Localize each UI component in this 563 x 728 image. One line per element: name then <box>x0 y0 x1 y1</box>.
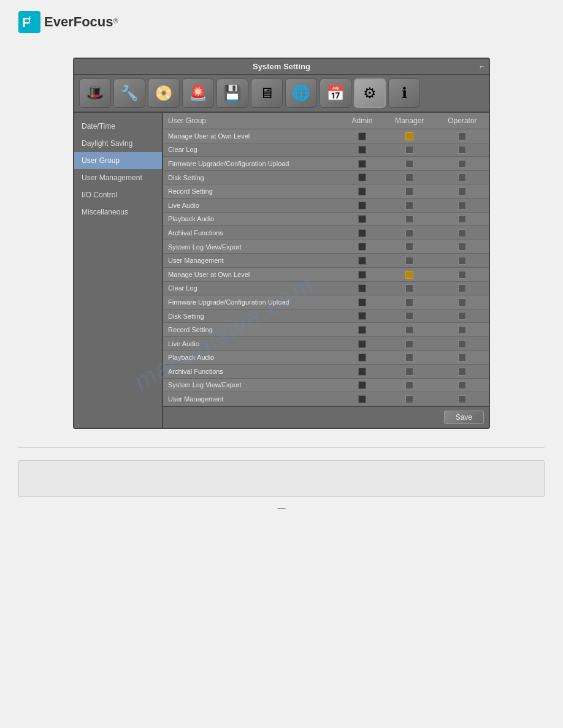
checkbox-admin[interactable] <box>358 340 366 348</box>
checkbox-operator[interactable] <box>458 132 466 140</box>
checkbox-operator[interactable] <box>458 229 466 237</box>
checkbox-manager[interactable] <box>405 298 413 306</box>
checkbox-operator[interactable] <box>458 257 466 265</box>
checkbox-admin[interactable] <box>358 354 366 362</box>
checkbox-manager[interactable] <box>405 354 413 362</box>
checkbox-operator[interactable] <box>458 354 466 362</box>
info-toolbar-icon[interactable]: ℹ <box>388 78 420 108</box>
checkbox-manager[interactable] <box>405 326 413 334</box>
sidebar-item-usergroup[interactable]: User Group <box>74 152 162 169</box>
disk-toolbar-icon[interactable]: 💾 <box>216 78 248 108</box>
permission-label: Manage User at Own Level <box>163 267 341 281</box>
col-header-manager: Manager <box>383 113 436 129</box>
settings-toolbar-icon[interactable]: ⚙ <box>354 78 386 108</box>
checkbox-admin[interactable] <box>358 132 366 140</box>
checkbox-operator[interactable] <box>458 271 466 279</box>
checkbox-manager[interactable] <box>405 271 413 279</box>
checkbox-admin[interactable] <box>358 188 366 195</box>
checkbox-manager[interactable] <box>405 312 413 320</box>
checkbox-admin[interactable] <box>358 215 366 223</box>
page-line <box>18 447 545 448</box>
checkbox-manager[interactable] <box>405 340 413 348</box>
checkbox-admin[interactable] <box>358 271 366 279</box>
checkbox-admin[interactable] <box>358 229 366 237</box>
checkbox-admin[interactable] <box>358 368 366 376</box>
table-row: Disk Setting <box>163 170 489 184</box>
checkbox-admin[interactable] <box>358 146 366 154</box>
table-row: Manage User at Own Level <box>163 267 489 281</box>
permission-label: Live Audio <box>163 336 341 351</box>
checkbox-manager[interactable] <box>405 215 413 223</box>
cb-manager-14 <box>383 323 436 337</box>
checkbox-manager[interactable] <box>405 243 413 251</box>
close-button[interactable]: ⌐ <box>480 62 484 70</box>
page-number: — <box>0 503 563 512</box>
checkbox-manager[interactable] <box>405 146 413 154</box>
checkbox-manager[interactable] <box>405 368 413 376</box>
title-bar: System Setting ⌐ <box>74 59 489 75</box>
checkbox-manager[interactable] <box>405 188 413 195</box>
save-button[interactable]: Save <box>444 411 484 424</box>
checkbox-operator[interactable] <box>458 188 466 195</box>
record-toolbar-icon[interactable]: 📀 <box>148 78 180 108</box>
checkbox-admin[interactable] <box>358 257 366 265</box>
checkbox-manager[interactable] <box>405 381 413 389</box>
display-toolbar-icon[interactable]: 🖥 <box>251 78 283 108</box>
checkbox-operator[interactable] <box>458 284 466 292</box>
checkbox-operator[interactable] <box>458 326 466 334</box>
checkbox-admin[interactable] <box>358 381 366 389</box>
checkbox-operator[interactable] <box>458 298 466 306</box>
checkbox-operator[interactable] <box>458 381 466 389</box>
checkbox-manager[interactable] <box>405 160 413 168</box>
alarm-toolbar-icon[interactable]: 🚨 <box>182 78 214 108</box>
checkbox-manager[interactable] <box>405 284 413 292</box>
checkbox-admin[interactable] <box>358 173 366 181</box>
checkbox-operator[interactable] <box>458 395 466 403</box>
col-header-admin: Admin <box>341 113 383 129</box>
permission-label: Live Audio <box>163 198 341 212</box>
checkbox-manager[interactable] <box>405 202 413 210</box>
checkbox-operator[interactable] <box>458 368 466 376</box>
checkbox-operator[interactable] <box>458 243 466 251</box>
cb-admin-18 <box>341 378 383 392</box>
table-row: Firmware Upgrade/Configuration Upload <box>163 295 489 309</box>
network-toolbar-icon[interactable]: 🌐 <box>285 78 317 108</box>
checkbox-operator[interactable] <box>458 215 466 223</box>
checkbox-manager[interactable] <box>405 395 413 403</box>
permission-label: Firmware Upgrade/Configuration Upload <box>163 295 341 309</box>
checkbox-admin[interactable] <box>358 284 366 292</box>
footer-area <box>18 460 545 497</box>
checkbox-admin[interactable] <box>358 202 366 210</box>
cb-manager-9 <box>383 254 436 268</box>
checkbox-admin[interactable] <box>358 312 366 320</box>
checkbox-operator[interactable] <box>458 202 466 210</box>
permission-label: Record Setting <box>163 323 341 337</box>
checkbox-manager[interactable] <box>405 132 413 140</box>
checkbox-operator[interactable] <box>458 340 466 348</box>
time-toolbar-icon[interactable]: 📅 <box>320 78 351 108</box>
checkbox-operator[interactable] <box>458 312 466 320</box>
checkbox-operator[interactable] <box>458 160 466 168</box>
camera-toolbar-icon[interactable]: 🔧 <box>113 78 145 108</box>
sidebar-item-usermgmt[interactable]: User Management <box>74 169 162 186</box>
checkbox-manager[interactable] <box>405 229 413 237</box>
checkbox-manager[interactable] <box>405 257 413 265</box>
sidebar-item-io[interactable]: I/O Control <box>74 186 162 203</box>
sidebar-item-datetime[interactable]: Date/Time <box>74 118 162 135</box>
checkbox-admin[interactable] <box>358 243 366 251</box>
sidebar-item-misc[interactable]: Miscellaneous <box>74 203 162 221</box>
checkbox-admin[interactable] <box>358 298 366 306</box>
col-header-group: User Group <box>163 113 341 129</box>
checkbox-manager[interactable] <box>405 173 413 181</box>
cb-manager-6 <box>383 212 436 226</box>
sidebar-item-daylight[interactable]: Daylight Saving <box>74 135 162 152</box>
table-row: Manage User at Own Level <box>163 129 489 143</box>
cb-admin-2 <box>341 157 383 171</box>
checkbox-admin[interactable] <box>358 395 366 403</box>
checkbox-operator[interactable] <box>458 146 466 154</box>
wizard-toolbar-icon[interactable]: 🎩 <box>79 78 111 108</box>
checkbox-admin[interactable] <box>358 160 366 168</box>
cb-admin-15 <box>341 336 383 351</box>
checkbox-admin[interactable] <box>358 326 366 334</box>
checkbox-operator[interactable] <box>458 173 466 181</box>
